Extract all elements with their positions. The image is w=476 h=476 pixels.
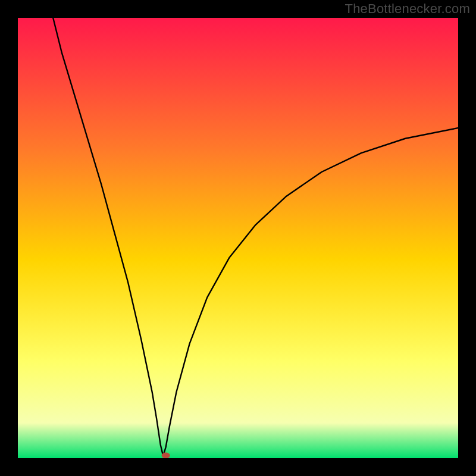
chart-frame: TheBottlenecker.com [0, 0, 476, 476]
chart-svg [18, 18, 458, 458]
chart-plot-area [18, 18, 458, 458]
gradient-background [18, 18, 458, 458]
watermark-label: TheBottlenecker.com [345, 1, 470, 17]
